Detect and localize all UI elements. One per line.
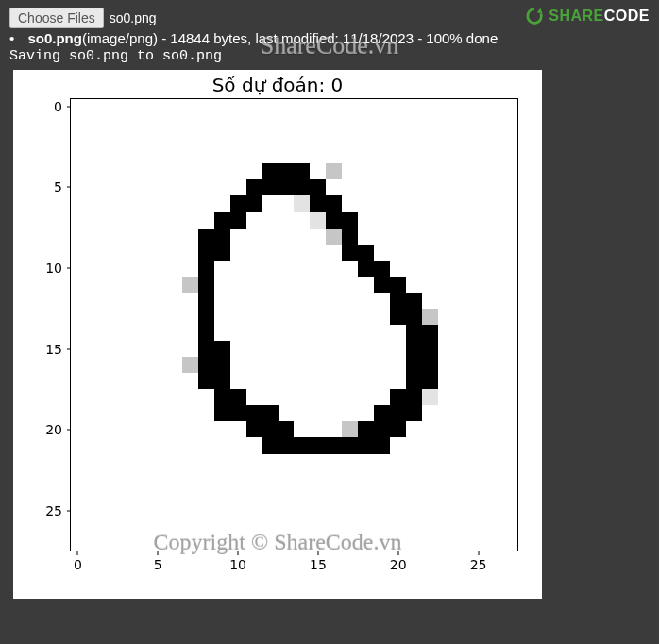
logo-code: CODE xyxy=(604,8,650,25)
choose-files-button[interactable]: Choose Files xyxy=(9,8,104,28)
x-tick-label: 15 xyxy=(310,557,327,572)
y-tick-label: 10 xyxy=(30,261,62,276)
upload-status-line: • so0.png(image/png) - 14844 bytes, last… xyxy=(9,30,650,46)
chart-axes xyxy=(70,98,518,551)
x-tick-label: 5 xyxy=(154,557,162,572)
axes-border xyxy=(70,98,518,551)
x-tick-label: 25 xyxy=(470,557,487,572)
y-tick-label: 25 xyxy=(30,503,62,518)
x-tick-label: 20 xyxy=(390,557,407,572)
bullet: • xyxy=(9,30,14,46)
upload-filename: so0.png xyxy=(27,30,82,46)
sharecode-logo: SHARECODE xyxy=(524,6,650,26)
logo-share: SHARE xyxy=(549,8,604,25)
y-tick-label: 5 xyxy=(30,179,62,195)
x-tick-label: 0 xyxy=(74,557,82,572)
selected-file-label: so0.png xyxy=(110,10,157,25)
y-tick-label: 20 xyxy=(30,422,62,437)
y-tick-label: 0 xyxy=(30,99,62,114)
refresh-icon xyxy=(524,6,545,26)
upload-info: (image/png) - 14844 bytes, last modified… xyxy=(82,30,498,46)
y-tick-label: 15 xyxy=(30,342,62,357)
save-line: Saving so0.png to so0.png xyxy=(9,48,650,64)
x-tick-label: 10 xyxy=(229,557,246,572)
chart-title: Số dự đoán: 0 xyxy=(13,74,542,96)
chart-panel: Số dự đoán: 0 0510152025 0510152025 Copy… xyxy=(13,70,542,599)
